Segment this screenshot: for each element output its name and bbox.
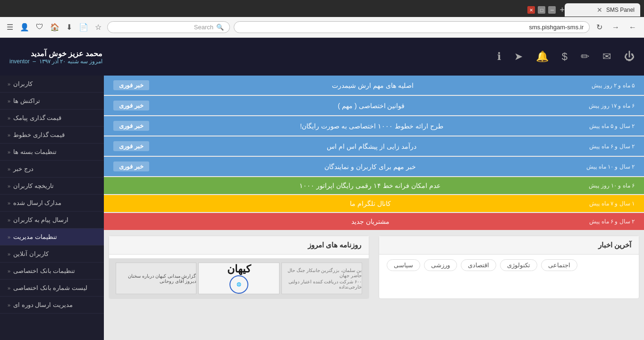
news-item[interactable]: ۲ سال و ۵ ماه پیش طرح ارائه خطوط ۱۰۰۰ اخ… [104,116,644,136]
navigation-bar: ← → ↻ sms.pishgam-sms.ir 🔍 Search ☆ 📄 ⬇ … [0,17,644,38]
news-item[interactable]: ۲ سال و ۶ ماه پیش مشتریان جدید [104,213,644,230]
sidebar-label: قیمت گذاری خطوط [13,131,65,138]
news-item[interactable]: ۲ سال و ۶ ماه پیش درآمد زایی از پیشگام ا… [104,136,644,156]
chevron-right-icon: « [8,268,10,274]
refresh-button[interactable]: ↻ [593,21,605,34]
tab-close-button[interactable]: ✕ [597,6,602,14]
sidebar-item-sent-docs[interactable]: مدارک ارسال شده « [0,195,104,212]
maximize-button[interactable]: □ [538,6,545,14]
close-button[interactable]: ✕ [527,6,535,14]
sidebar-item-bank-settings[interactable]: تنظیمات بانک اختصاصی « [0,263,104,280]
reader-icon[interactable]: 📄 [77,21,90,34]
app-top-bar: ⏻ ✉ ✏ $ 🔔 ➤ ℹ محمد عزیز خوش آمدید امروز … [0,38,644,76]
menu-icon[interactable]: ☰ [5,21,15,34]
dollar-icon[interactable]: $ [562,51,568,63]
news-tab-sport[interactable]: ورزشی [424,259,457,271]
sidebar-item-sms-pricing[interactable]: قیمت گذاری پیامک « [0,110,104,127]
news-tab-tech[interactable]: تکنولوژی [500,259,537,271]
info-icon[interactable]: ℹ [497,51,501,63]
chevron-right-icon: « [8,98,10,104]
news-date: ۲ سال و ۶ ماه پیش [589,143,635,150]
forward-button[interactable]: → [609,21,622,34]
news-tab-economy[interactable]: اقتصادی [461,259,496,271]
new-tab-button[interactable]: + [559,5,565,15]
address-bar[interactable]: sms.pishgam-sms.ir [234,21,590,33]
sidebar-item-admin-settings[interactable]: تنظیمات مدیریت « [0,229,104,246]
search-bar[interactable]: 🔍 Search [107,21,230,33]
sidebar-item-send-message[interactable]: ارسال پیام به کاربران « [0,212,104,229]
pen-icon[interactable]: ✏ [581,51,589,63]
active-tab[interactable]: SMS Panel ✕ [565,3,640,17]
minimize-button[interactable]: ─ [548,6,556,14]
shield-icon[interactable]: 🛡 [34,21,45,34]
tab-title: SMS Panel [606,7,635,13]
chevron-right-icon: « [8,251,10,257]
sidebar-label: تاریخچه کاربران [13,182,54,189]
newspaper-panel-header: روزنامه های امروز [109,236,369,255]
chevron-right-icon: « [8,115,10,121]
sidebar-item-packages[interactable]: تنظیمات بسته ها « [0,144,104,161]
url-text: sms.pishgam-sms.ir [240,24,584,31]
mail-icon[interactable]: ✉ [602,51,611,63]
news-item[interactable]: ۶ ماه و ۱۷ روز پیش قوانین اختصاصی ( مهم … [104,96,644,115]
news-item[interactable]: ۵ ماه و ۲ روز پیش اصلیه های مهم ارش شیمد… [104,76,644,95]
chevron-right-icon: « [8,81,10,87]
sidebar-item-transactions[interactable]: تراکنش ها « [0,93,104,110]
window-controls: ─ □ ✕ [527,6,556,14]
sidebar-item-users[interactable]: کاربران « [0,76,104,93]
power-icon[interactable]: ⏻ [624,51,635,63]
news-date: ۶ ماه و ۱۷ روز پیش [589,102,635,109]
chevron-right-icon: « [8,285,10,291]
news-tab-social[interactable]: اجتماعی [541,259,577,271]
search-placeholder: Search [194,24,213,31]
download-icon[interactable]: ⬇ [64,21,74,34]
news-item[interactable]: ۲ سال و ۱۰ ماه پیش خبر مهم برای کاربران … [104,157,644,176]
home-icon[interactable]: 🏠 [48,21,61,34]
bell-icon[interactable]: 🔔 [536,51,549,63]
news-date: ۲ سال و ۵ ماه پیش [589,123,635,129]
sidebar-item-periodic-send[interactable]: مدیریت ارسال دوره ای « [0,297,104,314]
top-bar-icons: ⏻ ✉ ✏ $ 🔔 ➤ ℹ [497,51,635,63]
sidebar: کاربران « تراکنش ها « قیمت گذاری پیامک «… [0,76,104,340]
sidebar-label: لیست شماره بانک اختصاصی [13,284,87,291]
back-button[interactable]: ← [626,21,639,34]
news-title: مشتریان جدید [151,218,589,225]
news-date: ۶ ماه و ۱۰ روز پیش [589,182,635,189]
chevron-right-icon: « [8,302,10,308]
news-list: ۵ ماه و ۲ روز پیش اصلیه های مهم ارش شیمد… [104,76,644,230]
news-date: ۱ سال و ۷ ماه پیش [589,200,635,207]
news-panel-header: آخرین اخبار [379,236,639,255]
bottom-section: آخرین اخبار اجتماعی تکنولوژی اقتصادی ورز… [104,231,644,304]
search-icon: 🔍 [216,24,224,31]
news-date: ۲ سال و ۱۰ ماه پیش [586,163,635,170]
sidebar-label: تراکنش ها [13,97,40,104]
chevron-right-icon: « [8,149,10,155]
user-icon[interactable]: 👤 [18,21,31,34]
news-badge: خبر فوری [113,121,149,131]
sidebar-label: کاربران آنلاین [13,250,49,257]
sidebar-label: تنظیمات بانک اختصاصی [13,267,75,274]
sidebar-item-online-users[interactable]: کاربران آنلاین « [0,246,104,263]
news-date: ۵ ماه و ۲ روز پیش [592,82,635,89]
send-icon[interactable]: ➤ [514,51,523,63]
bookmark-icon[interactable]: ☆ [93,21,103,34]
news-date: ۲ سال و ۶ ماه پیش [589,218,635,225]
news-title: قوانین اختصاصی ( مهم ) [154,102,589,110]
chevron-right-icon: « [8,183,10,189]
sidebar-item-bank-list[interactable]: لیست شماره بانک اختصاصی « [0,280,104,297]
sidebar-label: تنظیمات مدیریت [13,233,57,240]
news-item[interactable]: ۶ ماه و ۱۰ روز پیش عدم امکان فرانه خط ۱۴… [104,177,644,194]
user-date: امروز سه شنبه ۲۰ آذر ۱۳۹۷ – inventor [9,58,102,65]
sidebar-item-line-pricing[interactable]: قیمت گذاری خطوط « [0,127,104,144]
news-badge: خبر فوری [113,80,149,90]
news-title: طرح ارائه خطوط ۱۰۰۰ اختصاصی به صورت رایگ… [154,122,590,130]
sidebar-label: ارسال پیام به کاربران [13,216,68,223]
sidebar-item-user-history[interactable]: تاریخچه کاربران « [0,178,104,195]
news-badge: خبر فوری [113,141,149,151]
news-item[interactable]: ۱ سال و ۷ ماه پیش کانال تلگرام ما [104,195,644,212]
sidebar-label: قیمت گذاری پیامک [13,114,61,121]
news-title: کانال تلگرام ما [151,200,589,207]
news-tab-politics[interactable]: سیاسی [387,259,420,271]
app-container: ۵ ماه و ۲ روز پیش اصلیه های مهم ارش شیمد… [0,76,644,340]
sidebar-item-add-news[interactable]: درج خبر « [0,161,104,178]
